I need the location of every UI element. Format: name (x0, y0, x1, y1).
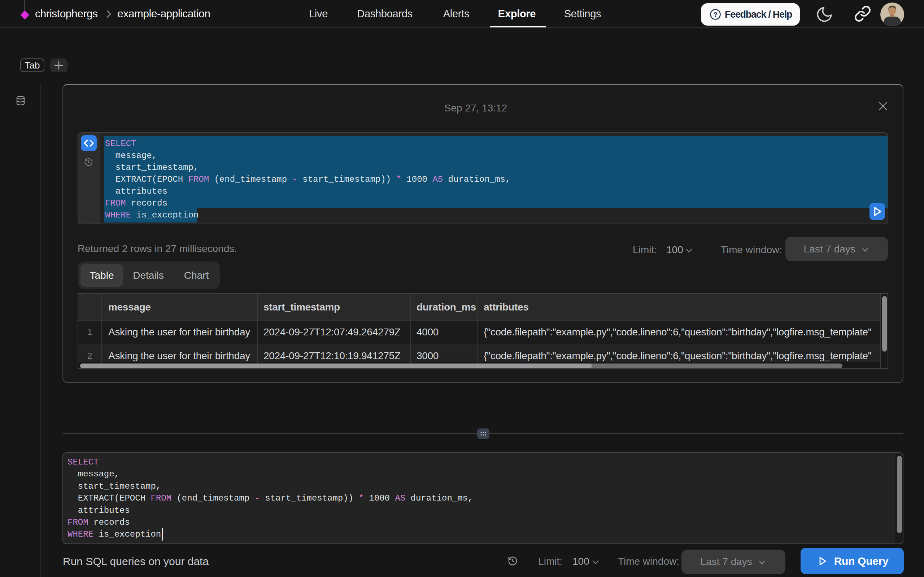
svg-text:?: ? (713, 11, 717, 18)
